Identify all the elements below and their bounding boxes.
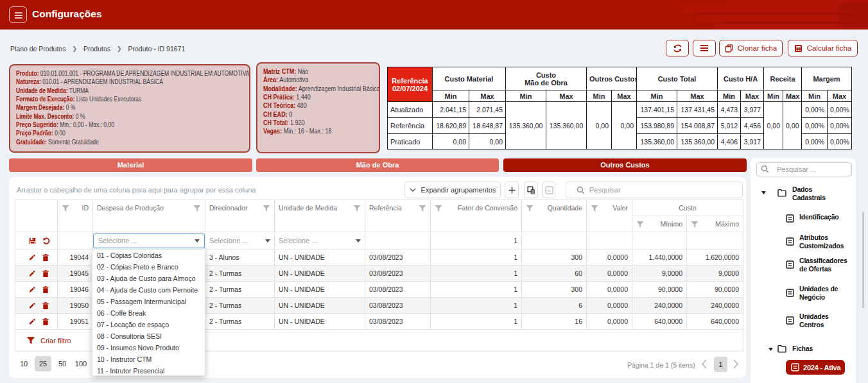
- svg-text:xls: xls: [546, 189, 551, 192]
